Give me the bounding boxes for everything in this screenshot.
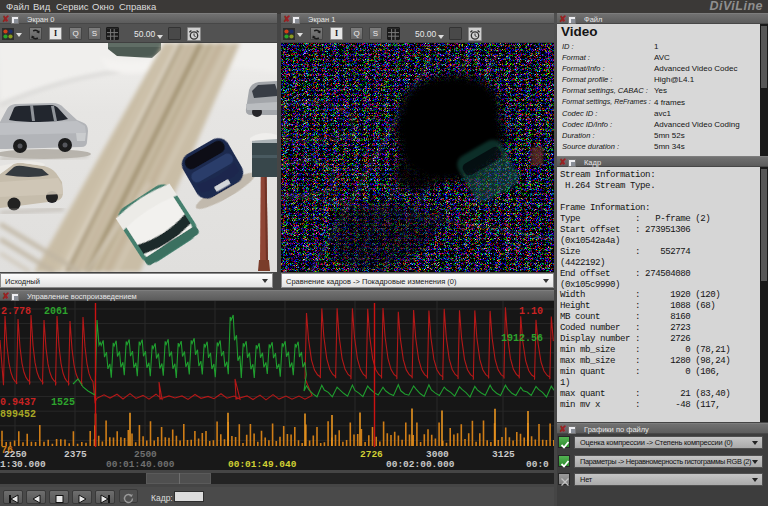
- svg-text:2726: 2726: [360, 449, 383, 460]
- svg-text:2.778: 2.778: [1, 306, 31, 317]
- svg-text:00:01:49.040: 00:01:49.040: [228, 459, 297, 470]
- svg-text:00:0: 00:0: [526, 459, 549, 470]
- svg-text:3125: 3125: [492, 449, 515, 460]
- svg-text:00:02:00.000: 00:02:00.000: [386, 459, 455, 470]
- svg-text:0.9437: 0.9437: [0, 397, 36, 408]
- svg-text:00:01:40.000: 00:01:40.000: [106, 459, 175, 470]
- svg-text:2061: 2061: [44, 306, 68, 317]
- svg-text:1.10: 1.10: [519, 306, 543, 317]
- svg-text:1912.56: 1912.56: [501, 333, 543, 344]
- svg-text:899452: 899452: [0, 409, 36, 420]
- svg-text:1:30.000: 1:30.000: [0, 459, 46, 470]
- svg-text:1525: 1525: [51, 397, 75, 408]
- svg-text:2375: 2375: [64, 449, 87, 460]
